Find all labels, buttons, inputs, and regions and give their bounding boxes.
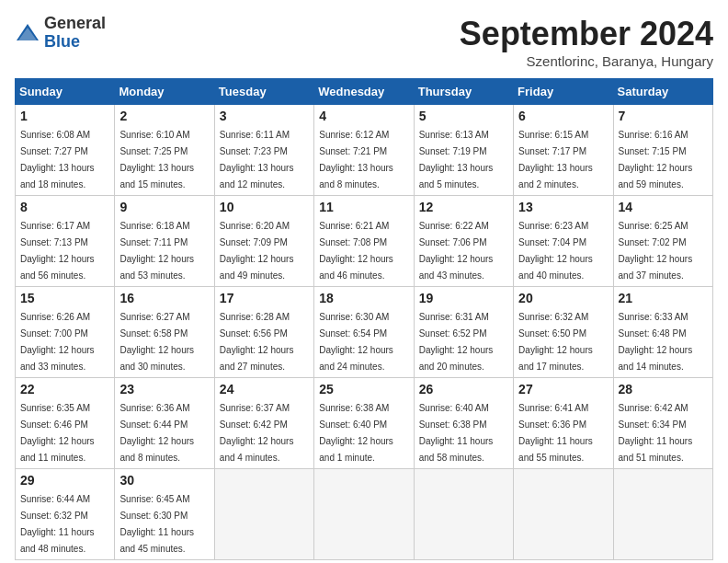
location: Szentlorinc, Baranya, Hungary [460,53,713,69]
calendar-cell [414,469,513,560]
calendar-cell: 20Sunrise: 6:32 AMSunset: 6:50 PMDayligh… [514,287,613,378]
day-info: Sunrise: 6:11 AMSunset: 7:23 PMDaylight:… [220,130,294,190]
calendar-cell: 6Sunrise: 6:15 AMSunset: 7:17 PMDaylight… [514,105,613,196]
col-header-sunday: Sunday [16,79,115,105]
day-info: Sunrise: 6:44 AMSunset: 6:32 PMDaylight:… [20,494,95,554]
calendar-cell: 7Sunrise: 6:16 AMSunset: 7:15 PMDaylight… [613,105,712,196]
calendar-cell: 11Sunrise: 6:21 AMSunset: 7:08 PMDayligh… [314,196,414,287]
day-number: 15 [20,291,109,305]
day-info: Sunrise: 6:30 AMSunset: 6:54 PMDaylight:… [319,312,393,372]
col-header-friday: Friday [514,79,613,105]
day-info: Sunrise: 6:13 AMSunset: 7:19 PMDaylight:… [419,130,494,190]
day-info: Sunrise: 6:38 AMSunset: 6:40 PMDaylight:… [319,403,393,463]
col-header-tuesday: Tuesday [214,79,313,105]
calendar-cell: 5Sunrise: 6:13 AMSunset: 7:19 PMDaylight… [414,105,513,196]
day-info: Sunrise: 6:36 AMSunset: 6:44 PMDaylight:… [119,403,194,463]
calendar-cell [613,469,712,560]
calendar-cell: 22Sunrise: 6:35 AMSunset: 6:46 PMDayligh… [16,378,115,469]
calendar-cell: 4Sunrise: 6:12 AMSunset: 7:21 PMDaylight… [314,105,414,196]
day-info: Sunrise: 6:32 AMSunset: 6:50 PMDaylight:… [518,312,593,372]
day-number: 3 [220,109,309,123]
month-title: September 2024 [460,15,713,53]
calendar-cell [314,469,414,560]
day-info: Sunrise: 6:10 AMSunset: 7:25 PMDaylight:… [119,130,194,190]
day-number: 20 [518,291,608,305]
calendar-cell: 10Sunrise: 6:20 AMSunset: 7:09 PMDayligh… [214,196,313,287]
calendar-cell: 17Sunrise: 6:28 AMSunset: 6:56 PMDayligh… [214,287,313,378]
day-info: Sunrise: 6:42 AMSunset: 6:34 PMDaylight:… [619,403,693,463]
day-number: 2 [119,109,209,123]
day-info: Sunrise: 6:33 AMSunset: 6:48 PMDaylight:… [619,312,693,372]
calendar-cell: 1Sunrise: 6:08 AMSunset: 7:27 PMDaylight… [16,105,115,196]
day-number: 21 [619,291,708,305]
calendar-week-row: 1Sunrise: 6:08 AMSunset: 7:27 PMDaylight… [16,105,713,196]
day-number: 10 [220,200,309,214]
day-number: 29 [20,473,109,488]
day-number: 11 [319,200,408,214]
day-info: Sunrise: 6:25 AMSunset: 7:02 PMDaylight:… [619,221,693,281]
day-info: Sunrise: 6:20 AMSunset: 7:09 PMDaylight:… [220,221,294,281]
calendar-cell: 29Sunrise: 6:44 AMSunset: 6:32 PMDayligh… [16,469,115,560]
day-info: Sunrise: 6:18 AMSunset: 7:11 PMDaylight:… [119,221,194,281]
calendar-cell: 8Sunrise: 6:17 AMSunset: 7:13 PMDaylight… [16,196,115,287]
day-number: 8 [20,200,109,214]
calendar-cell: 25Sunrise: 6:38 AMSunset: 6:40 PMDayligh… [314,378,414,469]
day-number: 26 [419,382,508,396]
day-info: Sunrise: 6:23 AMSunset: 7:04 PMDaylight:… [518,221,593,281]
page-header: General Blue September 2024 Szentlorinc,… [15,15,713,69]
logo-icon [15,20,40,46]
day-info: Sunrise: 6:35 AMSunset: 6:46 PMDaylight:… [20,403,95,463]
day-number: 13 [518,200,608,214]
day-number: 30 [119,473,209,488]
calendar-header-row: SundayMondayTuesdayWednesdayThursdayFrid… [16,79,713,105]
day-info: Sunrise: 6:21 AMSunset: 7:08 PMDaylight:… [319,221,393,281]
day-info: Sunrise: 6:28 AMSunset: 6:56 PMDaylight:… [220,312,294,372]
day-info: Sunrise: 6:40 AMSunset: 6:38 PMDaylight:… [419,403,494,463]
day-number: 16 [119,291,209,305]
day-number: 22 [20,382,109,396]
col-header-thursday: Thursday [414,79,513,105]
day-info: Sunrise: 6:12 AMSunset: 7:21 PMDaylight:… [319,130,393,190]
col-header-monday: Monday [115,79,214,105]
day-number: 6 [518,109,608,123]
logo-text: General Blue [44,15,106,52]
day-number: 18 [319,291,408,305]
day-number: 24 [220,382,309,396]
day-number: 4 [319,109,408,123]
col-header-saturday: Saturday [613,79,712,105]
day-number: 5 [419,109,508,123]
day-info: Sunrise: 6:17 AMSunset: 7:13 PMDaylight:… [20,221,95,281]
day-info: Sunrise: 6:45 AMSunset: 6:30 PMDaylight:… [119,494,194,554]
day-number: 1 [20,109,109,123]
day-info: Sunrise: 6:41 AMSunset: 6:36 PMDaylight:… [518,403,593,463]
day-number: 19 [419,291,508,305]
calendar-cell: 28Sunrise: 6:42 AMSunset: 6:34 PMDayligh… [613,378,712,469]
day-info: Sunrise: 6:08 AMSunset: 7:27 PMDaylight:… [20,130,95,190]
calendar-cell: 24Sunrise: 6:37 AMSunset: 6:42 PMDayligh… [214,378,313,469]
col-header-wednesday: Wednesday [314,79,414,105]
calendar-cell: 16Sunrise: 6:27 AMSunset: 6:58 PMDayligh… [115,287,214,378]
day-number: 14 [619,200,708,214]
day-number: 28 [619,382,708,396]
day-info: Sunrise: 6:27 AMSunset: 6:58 PMDaylight:… [119,312,194,372]
calendar-cell: 3Sunrise: 6:11 AMSunset: 7:23 PMDaylight… [214,105,313,196]
day-number: 25 [319,382,408,396]
calendar-cell: 19Sunrise: 6:31 AMSunset: 6:52 PMDayligh… [414,287,513,378]
calendar-cell: 18Sunrise: 6:30 AMSunset: 6:54 PMDayligh… [314,287,414,378]
title-block: September 2024 Szentlorinc, Baranya, Hun… [460,15,713,69]
calendar-cell: 2Sunrise: 6:10 AMSunset: 7:25 PMDaylight… [115,105,214,196]
calendar-week-row: 8Sunrise: 6:17 AMSunset: 7:13 PMDaylight… [16,196,713,287]
day-number: 9 [119,200,209,214]
calendar-cell: 30Sunrise: 6:45 AMSunset: 6:30 PMDayligh… [115,469,214,560]
day-info: Sunrise: 6:31 AMSunset: 6:52 PMDaylight:… [419,312,494,372]
logo: General Blue [15,15,106,52]
day-info: Sunrise: 6:22 AMSunset: 7:06 PMDaylight:… [419,221,494,281]
calendar-cell: 21Sunrise: 6:33 AMSunset: 6:48 PMDayligh… [613,287,712,378]
calendar-cell: 12Sunrise: 6:22 AMSunset: 7:06 PMDayligh… [414,196,513,287]
day-number: 7 [619,109,708,123]
calendar-cell: 15Sunrise: 6:26 AMSunset: 7:00 PMDayligh… [16,287,115,378]
calendar-cell [514,469,613,560]
day-number: 17 [220,291,309,305]
calendar-week-row: 15Sunrise: 6:26 AMSunset: 7:00 PMDayligh… [16,287,713,378]
calendar-table: SundayMondayTuesdayWednesdayThursdayFrid… [15,78,713,560]
